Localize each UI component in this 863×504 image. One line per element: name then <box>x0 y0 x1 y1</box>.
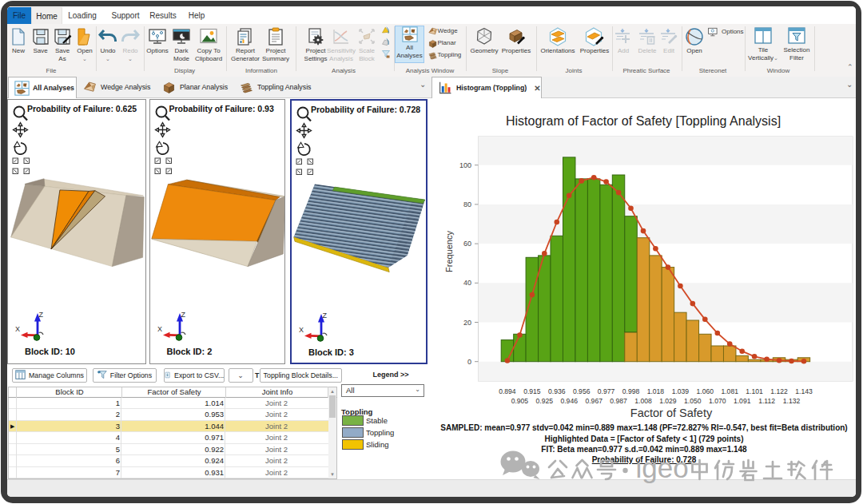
svg-text:1.132: 1.132 <box>783 397 801 405</box>
svg-text:100: 100 <box>459 161 471 169</box>
svg-text:0.977: 0.977 <box>598 387 615 395</box>
svg-text:1.060: 1.060 <box>697 387 714 395</box>
svg-text:40: 40 <box>463 279 471 287</box>
svg-text:0.936: 0.936 <box>548 387 566 395</box>
svg-text:1.112: 1.112 <box>758 397 775 405</box>
svg-text:1.050: 1.050 <box>684 397 702 405</box>
svg-text:Factor of Safety: Factor of Safety <box>630 407 713 419</box>
svg-text:0.925: 0.925 <box>536 397 554 405</box>
svg-text:1.091: 1.091 <box>734 397 751 405</box>
svg-text:Frequency: Frequency <box>444 231 454 272</box>
svg-text:1.122: 1.122 <box>770 387 788 395</box>
svg-text:X: X <box>157 325 162 333</box>
svg-text:0.998: 0.998 <box>622 387 640 395</box>
svg-text:1.081: 1.081 <box>721 387 738 395</box>
svg-text:1.018: 1.018 <box>647 387 665 395</box>
svg-text:igeo: igeo <box>636 452 689 483</box>
svg-text:0.987: 0.987 <box>610 397 627 405</box>
svg-text:Z: Z <box>39 311 44 319</box>
svg-text:60: 60 <box>463 240 471 248</box>
svg-text:1.070: 1.070 <box>709 397 726 405</box>
svg-text:20: 20 <box>463 319 471 327</box>
svg-text:X: X <box>15 325 20 333</box>
svg-text:0: 0 <box>467 358 471 366</box>
svg-text:0.894: 0.894 <box>499 387 516 395</box>
svg-text:Highlighted Data = [Factor of: Highlighted Data = [Factor of Safety < 1… <box>545 435 744 443</box>
svg-text:1.008: 1.008 <box>634 397 652 405</box>
svg-text:Z: Z <box>323 312 328 319</box>
svg-text:SAMPLED: mean=0.977 stdv=0.042: SAMPLED: mean=0.977 stdv=0.042 min=0.889… <box>440 423 847 432</box>
svg-text:Histogram of Factor of Safety: Histogram of Factor of Safety [Toppling … <box>506 114 781 128</box>
svg-text:1.029: 1.029 <box>659 397 677 405</box>
svg-text:0.956: 0.956 <box>573 387 591 395</box>
svg-text:1.101: 1.101 <box>746 387 763 395</box>
svg-text:0.946: 0.946 <box>560 397 578 405</box>
svg-text:0.915: 0.915 <box>523 387 541 395</box>
svg-text:0.905: 0.905 <box>511 397 529 405</box>
svg-text:0.967: 0.967 <box>585 397 603 405</box>
svg-text:X: X <box>299 326 304 334</box>
svg-text:Z: Z <box>181 311 185 319</box>
svg-text:80: 80 <box>463 200 471 208</box>
svg-text:1.039: 1.039 <box>672 387 690 395</box>
svg-text:1.143: 1.143 <box>795 387 813 395</box>
